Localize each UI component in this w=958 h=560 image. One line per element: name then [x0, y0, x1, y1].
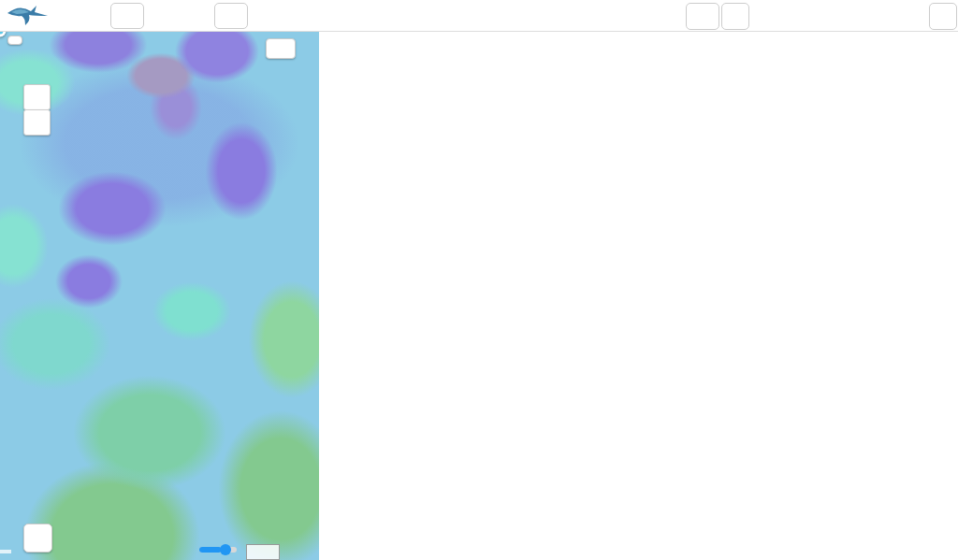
- next-day-button[interactable]: [214, 3, 248, 29]
- top-bar: [0, 0, 958, 32]
- play-button[interactable]: [721, 3, 749, 30]
- time-slider[interactable]: [368, 7, 684, 29]
- locate-button[interactable]: [23, 524, 52, 553]
- updated-timestamp: [0, 550, 11, 553]
- unit-legend-box[interactable]: [266, 38, 296, 59]
- close-panel-button[interactable]: [929, 3, 957, 30]
- satellite-map-button[interactable]: [7, 36, 22, 45]
- map-scale-bar: [246, 544, 280, 560]
- prev-day-button[interactable]: [110, 3, 144, 29]
- timezone-button[interactable]: [686, 3, 719, 30]
- zoom-in-button[interactable]: [23, 84, 51, 110]
- skysight-logo-bird-icon: [6, 3, 49, 32]
- forecast-table: [319, 31, 958, 560]
- opacity-slider[interactable]: [199, 547, 237, 553]
- wind-speed-color-scale: [300, 31, 319, 560]
- wind-map[interactable]: [0, 31, 319, 560]
- zoom-out-button[interactable]: [23, 109, 51, 136]
